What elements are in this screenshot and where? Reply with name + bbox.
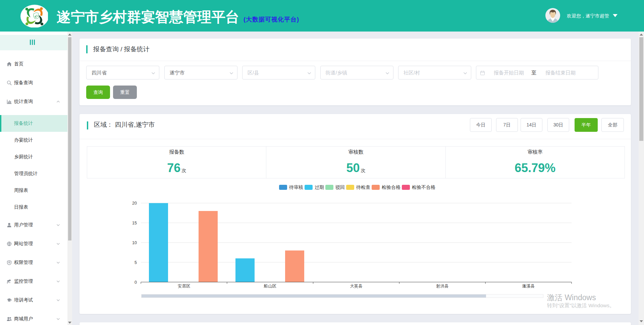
svg-text:蓬溪县: 蓬溪县 [522, 284, 535, 288]
svg-text:15: 15 [132, 221, 137, 225]
svg-text:船山区: 船山区 [263, 284, 276, 288]
svg-text:安居区: 安居区 [178, 284, 191, 288]
svg-text:20: 20 [132, 201, 137, 206]
svg-text:射洪县: 射洪县 [436, 284, 449, 288]
svg-text:5: 5 [135, 260, 137, 265]
svg-text:大英县: 大英县 [350, 284, 363, 288]
svg-text:10: 10 [132, 240, 137, 245]
svg-text:0: 0 [135, 280, 137, 285]
